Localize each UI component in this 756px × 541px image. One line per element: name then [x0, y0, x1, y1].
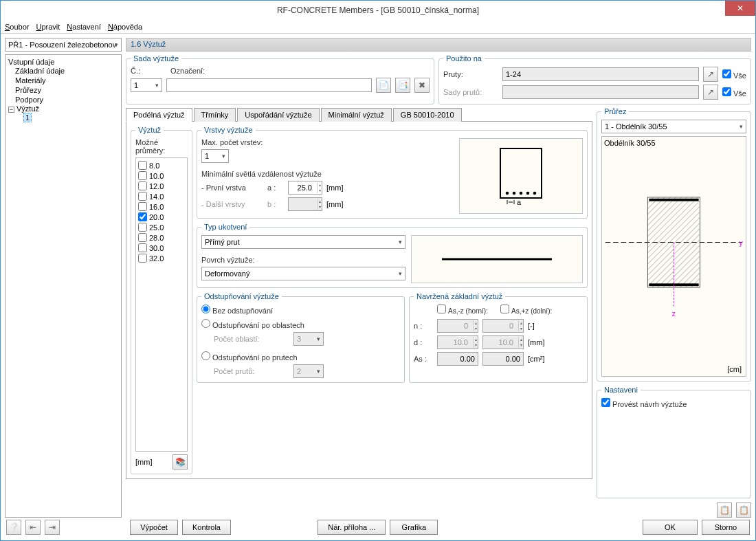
provided-group: Navržená základní výztuž As,-z (horní): … — [409, 292, 588, 383]
all-members-check[interactable]: Vše — [722, 69, 746, 80]
tab-longitudinal[interactable]: Podélná výztuž — [126, 108, 192, 122]
layers-diagram: a — [459, 138, 583, 214]
other-layers-spin — [288, 197, 322, 211]
curt-none-radio[interactable]: Bez odstupňování — [201, 305, 273, 315]
pick-sets-icon[interactable]: ↗ — [703, 85, 718, 100]
diameter-item[interactable]: 16.0 — [138, 201, 185, 212]
paste-settings-icon[interactable]: 📋 — [736, 503, 751, 518]
copy-settings-icon[interactable]: 📋 — [717, 503, 732, 518]
diameter-item[interactable]: 14.0 — [138, 191, 185, 201]
cross-section-group: Průřez 1 - Obdélník 30/55 Obdélník 30/55… — [597, 107, 751, 382]
curt-zones-radio[interactable]: Odstupňování po oblastech — [201, 319, 304, 329]
calc-button[interactable]: Výpočet — [130, 520, 178, 535]
svg-text:y: y — [740, 239, 744, 247]
sets-input — [502, 85, 699, 99]
case-selector[interactable]: PŘ1 - Posouzení železobetonov — [5, 38, 122, 52]
svg-point-5 — [533, 192, 537, 195]
new-icon[interactable]: 📄 — [376, 78, 391, 93]
applied-to-group: Použito na Pruty: ↗ Vše Sady prutů: ↗ Vš… — [438, 54, 751, 104]
diameters-list[interactable]: 8.0 10.0 12.0 14.0 16.0 20.0 25.0 28.0 3… — [135, 157, 188, 452]
first-layer-spin[interactable]: 25.0 — [288, 181, 322, 195]
max-layers-combo[interactable]: 1 — [201, 149, 229, 163]
anchorage-group: Typ ukotvení Přímý prut Povrch výztuže: … — [197, 223, 588, 288]
surface-combo[interactable]: Deformovaný — [201, 267, 405, 280]
diameter-item[interactable]: 30.0 — [138, 243, 185, 253]
settings-group: Nastaveni Provést návrh výztuže — [597, 386, 751, 498]
menu-edit[interactable]: Upravit — [36, 23, 60, 31]
diameter-item[interactable]: 8.0 — [138, 160, 185, 170]
delete-icon[interactable]: ✖ — [414, 78, 430, 93]
annex-button[interactable]: Nár. příloha ... — [318, 520, 386, 535]
as-bot-check[interactable]: As,+z (dolní): — [500, 305, 559, 315]
tree-item[interactable]: −Výztuž — [8, 104, 118, 113]
set-description-input[interactable] — [166, 78, 372, 92]
ok-button[interactable]: OK — [643, 520, 698, 535]
copy-icon[interactable]: 📑 — [395, 78, 410, 93]
svg-point-3 — [520, 192, 523, 195]
svg-rect-0 — [500, 148, 542, 198]
next-icon[interactable]: ⇥ — [45, 520, 60, 535]
check-button[interactable]: Kontrola — [182, 520, 231, 535]
tree-item[interactable]: Materiály — [8, 76, 118, 85]
lib-icon[interactable]: 📚 — [173, 454, 188, 470]
window-title: RF-CONCRETE Members - [GB 50010_čínská_n… — [277, 5, 479, 15]
prev-icon[interactable]: ⇤ — [25, 520, 41, 535]
tree-item[interactable]: Základní údaje — [8, 66, 118, 76]
tab-bar: Podélná výztuž Třmínky Uspořádání výztuž… — [126, 107, 592, 122]
svg-rect-11 — [649, 199, 698, 201]
curtailment-group: Odstupňování výztuže Bez odstupňování Od… — [197, 292, 405, 383]
reinforcement-set-group: Sada výztuže Č.: Označení: 1 📄 📑 ✖ — [126, 54, 434, 104]
members-input — [502, 67, 699, 81]
anchor-type-combo[interactable]: Přímý prut — [201, 235, 405, 249]
tree-item[interactable]: Podpory — [8, 95, 118, 104]
diameter-item[interactable]: 20.0 — [138, 212, 185, 222]
n-top: 0 — [437, 319, 478, 333]
menu-bar: Soubor Upravit Nastavení Nápověda — [1, 20, 755, 34]
graphics-button[interactable]: Grafika — [390, 520, 438, 535]
menu-file[interactable]: Soubor — [5, 23, 29, 31]
svg-point-4 — [526, 192, 530, 195]
do-design-check[interactable]: Provést návrh výztuže — [601, 400, 687, 408]
svg-point-2 — [513, 192, 516, 195]
tree-item-selected[interactable]: 1 — [8, 113, 118, 122]
svg-text:z: z — [672, 310, 676, 318]
diameter-item[interactable]: 32.0 — [138, 253, 185, 263]
tab-code[interactable]: GB 50010-2010 — [393, 108, 462, 122]
help-icon[interactable]: ❔ — [6, 520, 21, 535]
members-count: 2 — [293, 364, 324, 378]
diameter-item[interactable]: 10.0 — [138, 170, 185, 181]
d-top: 10.0 — [437, 335, 478, 349]
title-bar: RF-CONCRETE Members - [GB 50010_čínská_n… — [1, 1, 755, 20]
layers-group: Vrstvy výztuže Max. počet vrstev: 1 Mini… — [197, 126, 588, 219]
zones-count: 3 — [293, 332, 324, 346]
d-bot: 10.0 — [482, 335, 524, 349]
diameter-item[interactable]: 25.0 — [138, 222, 185, 232]
section-preview: Obdélník 30/55 y z [cm] — [601, 136, 746, 377]
diameter-item[interactable]: 28.0 — [138, 232, 185, 243]
as-bot: 0.00 — [482, 352, 524, 366]
set-number-combo[interactable]: 1 — [131, 78, 162, 92]
tree-root[interactable]: Vstupní údaje — [8, 58, 118, 66]
svg-point-1 — [506, 192, 509, 195]
pick-members-icon[interactable]: ↗ — [703, 67, 718, 82]
navigator-tree[interactable]: Vstupní údaje Základní údaje Materiály P… — [5, 54, 122, 518]
curt-members-radio[interactable]: Odstupňování po prutech — [201, 351, 298, 362]
cancel-button[interactable]: Storno — [702, 520, 750, 535]
footer-bar: ❔ ⇤ ⇥ Výpočet Kontrola Nár. příloha ... … — [6, 520, 750, 535]
menu-settings[interactable]: Nastavení — [67, 23, 101, 31]
all-sets-check[interactable]: Vše — [722, 87, 746, 98]
as-top-check[interactable]: As,-z (horní): — [437, 305, 496, 315]
diameter-item[interactable]: 12.0 — [138, 181, 185, 191]
svg-text:a: a — [517, 198, 522, 206]
tab-stirrups[interactable]: Třmínky — [194, 108, 236, 122]
close-button[interactable]: ✕ — [725, 1, 755, 16]
tab-layout[interactable]: Uspořádání výztuže — [237, 108, 319, 122]
tab-minimum[interactable]: Minimální výztuž — [321, 108, 392, 122]
n-bot: 0 — [482, 319, 524, 333]
diameters-group: Výztuž Možné průměry: 8.0 10.0 12.0 14.0… — [131, 126, 192, 474]
as-top: 0.00 — [437, 352, 478, 366]
anchorage-diagram — [411, 235, 583, 283]
tree-item[interactable]: Průřezy — [8, 85, 118, 95]
section-combo[interactable]: 1 - Obdélník 30/55 — [601, 120, 746, 133]
menu-help[interactable]: Nápověda — [108, 23, 142, 31]
